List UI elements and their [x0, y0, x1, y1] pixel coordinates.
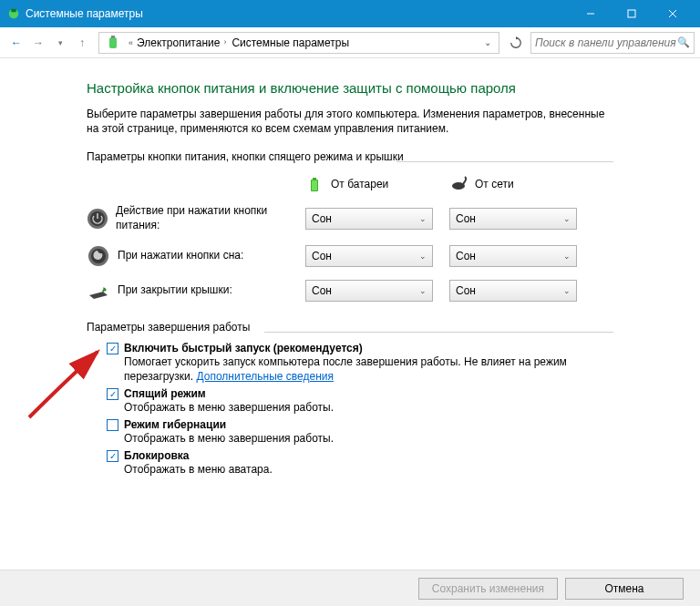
chevron-down-icon: ⌄	[419, 252, 427, 261]
close-button[interactable]	[652, 0, 693, 27]
more-info-link[interactable]: Дополнительные сведения	[196, 370, 333, 383]
checkbox-lock[interactable]: ✓	[107, 450, 118, 462]
maximize-button[interactable]	[611, 0, 652, 27]
breadcrumb[interactable]: « Электропитание › Системные параметры ⌄	[98, 32, 499, 54]
chevron-right-icon: ›	[223, 37, 226, 46]
intro-text: Выберите параметры завершения работы для…	[87, 107, 613, 136]
cancel-button[interactable]: Отмена	[565, 578, 684, 600]
power-button-battery-select[interactable]: Сон⌄	[305, 208, 433, 230]
toolbar: ← → ▾ ↑ « Электропитание › Системные пар…	[0, 27, 700, 58]
row-lid-close: При закрытии крышки: Сон⌄ Сон⌄	[87, 273, 613, 308]
column-ac-label: От сети	[475, 178, 514, 190]
svg-rect-7	[111, 36, 115, 38]
footer: Сохранить изменения Отмена	[0, 570, 700, 606]
power-options-icon	[107, 36, 121, 50]
breadcrumb-item[interactable]: Системные параметры	[232, 36, 349, 49]
svg-rect-6	[109, 37, 117, 48]
power-columns-header: От батареи От сети	[87, 168, 613, 199]
back-button[interactable]: ←	[5, 32, 27, 54]
breadcrumb-item[interactable]: Электропитание	[137, 36, 220, 49]
window-titlebar: Системные параметры	[0, 0, 700, 27]
check-fast-startup: ✓ Включить быстрый запуск (рекомендуется…	[87, 340, 613, 385]
lid-close-icon	[87, 279, 110, 303]
svg-rect-3	[628, 10, 635, 17]
chevron-down-icon: ⌄	[563, 214, 571, 223]
check-hibernate-desc: Отображать в меню завершения работы.	[124, 431, 613, 446]
chevron-down-icon: ⌄	[563, 252, 571, 261]
ac-plug-icon	[449, 175, 468, 193]
row-power-button-label: Действие при нажатии кнопки питания:	[116, 204, 305, 232]
page-title: Настройка кнопок питания и включение защ…	[87, 80, 613, 96]
check-sleep-mode: ✓ Спящий режим Отображать в меню заверше…	[87, 385, 613, 416]
lid-close-battery-select[interactable]: Сон⌄	[305, 280, 433, 302]
save-button: Сохранить изменения	[418, 578, 558, 600]
window-title: Системные параметры	[26, 7, 570, 20]
check-sleep-desc: Отображать в меню завершения работы.	[124, 400, 613, 415]
sleep-button-icon	[87, 244, 110, 268]
svg-rect-10	[312, 180, 317, 190]
check-lock-title: Блокировка	[124, 449, 613, 462]
search-input[interactable]	[535, 36, 677, 49]
chevron-down-icon: ⌄	[563, 286, 571, 295]
row-power-button: Действие при нажатии кнопки питания: Сон…	[87, 199, 613, 238]
svg-rect-1	[11, 9, 15, 13]
battery-icon	[305, 175, 324, 193]
check-lock-desc: Отображать в меню аватара.	[124, 462, 613, 477]
sleep-button-ac-select[interactable]: Сон⌄	[449, 245, 577, 267]
section-shutdown-label: Параметры завершения работы	[87, 321, 613, 334]
breadcrumb-dropdown[interactable]: ⌄	[480, 37, 495, 47]
recent-button[interactable]: ▾	[49, 32, 71, 54]
section-power-buttons-label: Параметры кнопки питания, кнопки спящего…	[87, 150, 613, 163]
forward-button[interactable]: →	[27, 32, 49, 54]
check-fast-startup-title: Включить быстрый запуск (рекомендуется)	[124, 342, 613, 354]
chevron-down-icon: ⌄	[419, 286, 427, 295]
minimize-button[interactable]	[570, 0, 611, 27]
refresh-button[interactable]	[505, 32, 527, 54]
column-battery-label: От батареи	[331, 178, 388, 190]
svg-rect-9	[313, 178, 316, 180]
check-hibernate: ✓ Режим гибернации Отображать в меню зав…	[87, 416, 613, 447]
row-lid-close-label: При закрытии крышки:	[118, 283, 240, 298]
row-sleep-button-label: При нажатии кнопки сна:	[118, 249, 251, 263]
checkbox-sleep-mode[interactable]: ✓	[107, 388, 118, 400]
power-button-ac-select[interactable]: Сон⌄	[449, 208, 577, 230]
search-box[interactable]: 🔍	[530, 32, 695, 54]
sleep-button-battery-select[interactable]: Сон⌄	[305, 245, 433, 267]
check-fast-startup-desc: Помогает ускорить запуск компьютера посл…	[124, 354, 613, 384]
check-hibernate-title: Режим гибернации	[124, 418, 613, 431]
power-button-icon	[87, 207, 108, 231]
app-icon	[7, 7, 20, 20]
up-button[interactable]: ↑	[71, 32, 93, 54]
check-sleep-title: Спящий режим	[124, 387, 613, 400]
content-area: Настройка кнопок питания и включение защ…	[0, 58, 700, 488]
search-icon[interactable]: 🔍	[677, 36, 690, 48]
row-sleep-button: При нажатии кнопки сна: Сон⌄ Сон⌄	[87, 239, 613, 273]
check-lock: ✓ Блокировка Отображать в меню аватара.	[87, 447, 613, 478]
chevron-down-icon: ⌄	[419, 214, 427, 223]
checkbox-fast-startup[interactable]: ✓	[107, 343, 118, 354]
checkbox-hibernate[interactable]: ✓	[107, 419, 118, 431]
lid-close-ac-select[interactable]: Сон⌄	[449, 280, 577, 302]
